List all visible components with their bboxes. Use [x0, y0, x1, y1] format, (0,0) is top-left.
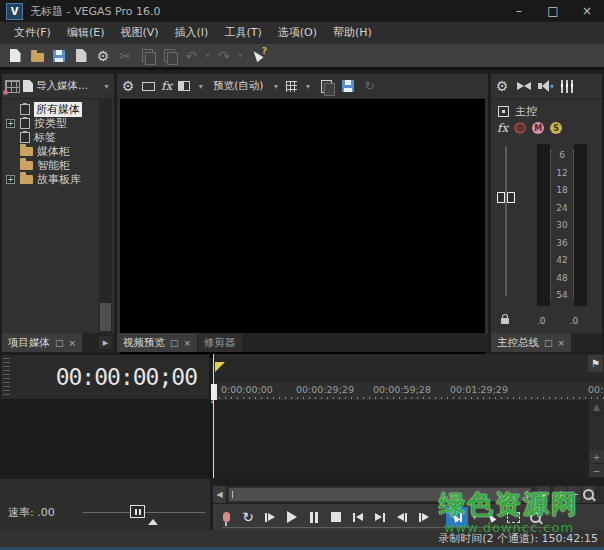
insert-bus-icon[interactable]: [517, 82, 531, 90]
zoom-tool-icon[interactable]: [525, 507, 545, 527]
pause-icon[interactable]: [304, 507, 324, 527]
menu-file[interactable]: 文件(F): [6, 22, 59, 44]
copy-snapshot-icon[interactable]: [318, 76, 334, 96]
tab-restore-icon[interactable]: □: [170, 338, 179, 348]
undo-dropdown-icon[interactable]: ▾: [203, 51, 212, 60]
tab-close-icon[interactable]: ×: [69, 338, 77, 348]
normal-edit-tool-button[interactable]: [446, 507, 468, 527]
new-project-icon[interactable]: [5, 46, 25, 66]
paste-icon[interactable]: [159, 46, 179, 66]
bus-fx-icon[interactable]: fx: [497, 121, 508, 135]
marker-bar[interactable]: ⚑: [213, 354, 604, 383]
tab-scroll-right-icon[interactable]: ▶: [99, 336, 112, 349]
play-from-start-icon[interactable]: [260, 507, 280, 527]
overlay-grid-icon[interactable]: [286, 81, 297, 92]
help-cursor-icon[interactable]: ?: [247, 46, 267, 66]
import-media-icon[interactable]: [23, 80, 33, 92]
insert-marker-icon[interactable]: ⚑: [588, 355, 603, 372]
cut-icon[interactable]: ✂: [115, 46, 135, 66]
split-screen-dropdown-icon[interactable]: ▾: [196, 82, 205, 91]
undo-icon[interactable]: ↶: [181, 46, 201, 66]
redo-icon[interactable]: ↷: [214, 46, 234, 66]
redo-dropdown-icon[interactable]: ▾: [236, 51, 245, 60]
preview-quality-dropdown-icon[interactable]: ▾: [271, 82, 280, 91]
save-snapshot-icon[interactable]: [340, 76, 356, 96]
track-zoom-out-icon[interactable]: −: [589, 464, 604, 478]
track-header-area[interactable]: [0, 400, 211, 478]
save-icon[interactable]: [49, 46, 69, 66]
media-views-dropdown-icon[interactable]: ▾: [102, 82, 111, 91]
minimize-button[interactable]: –: [502, 0, 536, 22]
track-zoom-in-icon[interactable]: +: [589, 450, 604, 464]
tree-item-tags[interactable]: 标签: [2, 131, 114, 144]
timeline-zoom-in-icon[interactable]: +: [554, 486, 568, 503]
record-icon[interactable]: [216, 507, 236, 527]
menu-options[interactable]: 选项(O): [270, 22, 325, 44]
timeline-track-area[interactable]: [213, 400, 589, 478]
tab-project-media[interactable]: 项目媒体 □ ×: [2, 333, 82, 352]
preview-gear-icon[interactable]: ⚙: [120, 76, 136, 96]
envelope-tool-icon[interactable]: [481, 507, 501, 527]
open-icon[interactable]: [27, 46, 47, 66]
time-ruler[interactable]: 0:00:00;00 00:00:29;29 00:00:59;28 00:01…: [213, 382, 604, 401]
video-fx-icon[interactable]: fx: [161, 79, 172, 93]
expand-icon[interactable]: +: [6, 119, 15, 128]
lock-icon[interactable]: [501, 318, 509, 324]
scrollbar-thumb[interactable]: [229, 488, 531, 501]
loop-playback-icon[interactable]: ↻: [238, 507, 258, 527]
split-screen-icon[interactable]: [178, 81, 190, 91]
playhead-grip[interactable]: [211, 384, 217, 400]
stop-icon[interactable]: [326, 507, 346, 527]
automation-icon[interactable]: ⚙: [514, 122, 526, 134]
tab-restore-icon[interactable]: □: [544, 338, 553, 348]
mixer-sliders-icon[interactable]: [561, 80, 573, 93]
selection-tool-icon[interactable]: [503, 507, 523, 527]
copy-icon[interactable]: [137, 46, 157, 66]
tab-video-preview[interactable]: 视频预览 □ ×: [117, 333, 197, 352]
video-display[interactable]: [120, 99, 485, 358]
rate-reset-icon[interactable]: [148, 519, 158, 525]
scroll-up-icon[interactable]: ▲: [589, 400, 604, 414]
go-to-end-icon[interactable]: [370, 507, 390, 527]
close-button[interactable]: ×: [570, 0, 604, 22]
tree-item-all-media[interactable]: 所有媒体: [2, 103, 114, 116]
menu-insert[interactable]: 插入(I): [167, 22, 217, 44]
maximize-button[interactable]: □: [536, 0, 570, 22]
downmix-icon[interactable]: ▾: [538, 80, 554, 92]
previous-frame-icon[interactable]: [392, 507, 412, 527]
menu-view[interactable]: 视图(V): [112, 22, 166, 44]
tab-restore-icon[interactable]: □: [55, 338, 64, 348]
tree-item-by-type[interactable]: + 按类型: [2, 117, 114, 130]
fader-handle[interactable]: [497, 192, 515, 203]
timecode-display[interactable]: 00:00:00;00: [0, 354, 210, 400]
rate-slider-handle[interactable]: [130, 505, 145, 518]
tree-item-smart-bins[interactable]: 智能柜: [2, 159, 114, 172]
expand-icon[interactable]: +: [6, 175, 15, 184]
render-as-icon[interactable]: [71, 46, 91, 66]
bus-color-icon[interactable]: [498, 106, 509, 117]
tree-item-media-bins[interactable]: 媒体柜: [2, 145, 114, 158]
solo-icon[interactable]: S: [550, 122, 562, 134]
menu-edit[interactable]: 编辑(E): [59, 22, 113, 44]
mixer-gear-icon[interactable]: ⚙: [494, 76, 510, 96]
timeline-zoom-out-icon[interactable]: −: [568, 486, 582, 503]
tab-trimmer[interactable]: 修剪器: [198, 333, 242, 352]
scroll-left-icon[interactable]: ◀: [213, 486, 227, 503]
next-frame-icon[interactable]: [414, 507, 434, 527]
properties-gear-icon[interactable]: ⚙: [93, 46, 113, 66]
timeline-horizontal-scrollbar[interactable]: ◀ ▶ + −: [213, 486, 604, 503]
overlay-grid-dropdown-icon[interactable]: ▾: [303, 82, 312, 91]
media-panel-scrollbar[interactable]: [99, 98, 112, 333]
import-media-button[interactable]: 导入媒体...: [36, 79, 88, 93]
media-generators-icon[interactable]: [5, 80, 20, 93]
tab-close-icon[interactable]: ×: [184, 338, 192, 348]
edit-tool-dropdown-icon[interactable]: ▾: [470, 513, 479, 522]
tab-master-bus[interactable]: 主控总线 □ ×: [491, 333, 571, 352]
drag-handle-icon[interactable]: [3, 358, 10, 396]
menu-help[interactable]: 帮助(H): [325, 22, 380, 44]
play-icon[interactable]: [282, 507, 302, 527]
start-marker-icon[interactable]: [215, 362, 225, 372]
mute-icon[interactable]: M: [532, 122, 544, 134]
go-to-start-icon[interactable]: [348, 507, 368, 527]
preview-quality-button[interactable]: 预览(自动): [213, 79, 263, 93]
